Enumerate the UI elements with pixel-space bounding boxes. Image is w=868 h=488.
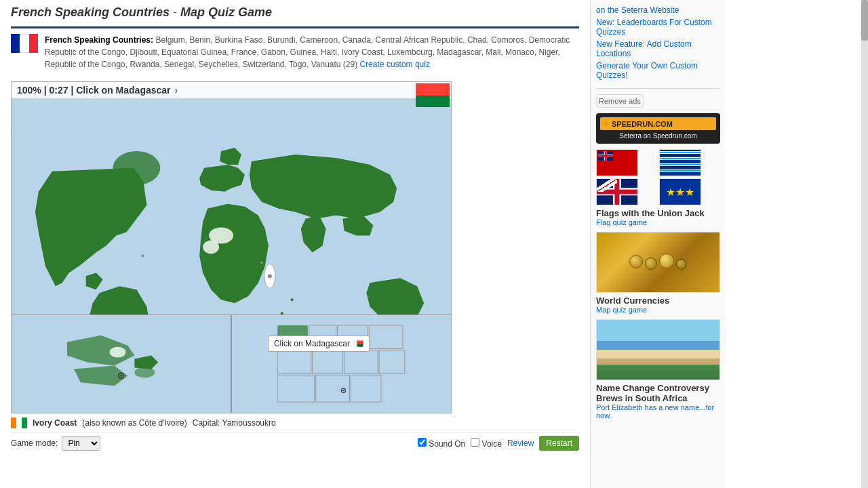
info-label: French Speaking Countries: — [45, 35, 153, 45]
quiz-prompt: Click on Madagascar — [76, 85, 170, 96]
flag-4: ★★★ — [659, 178, 701, 205]
page-scrollbar[interactable] — [861, 0, 868, 488]
page-title: French Speaking Countries - Map Quiz Gam… — [11, 5, 579, 20]
sound-label-text: Sound On — [429, 439, 465, 449]
sidebar-link-leaderboards[interactable]: New: Leaderboards For Custom Quizzes — [596, 18, 720, 37]
name-change-link[interactable]: Port Elizabeth has a new name...for now. — [596, 403, 720, 420]
speedrun-brand: SPEEDRUN.COM — [612, 120, 673, 128]
game-mode-right: Sound On Voice Review Restart — [418, 436, 579, 451]
capital-text: Capital: Yamoussoukro — [193, 418, 276, 428]
beach-thumbnail — [596, 319, 720, 380]
flags-grid: ★★★ — [596, 149, 720, 205]
name-change-widget[interactable]: Name Change Controversy Brews in South A… — [596, 319, 720, 420]
svg-point-5 — [268, 274, 272, 278]
currencies-link[interactable]: Map quiz game — [596, 306, 720, 314]
speedrun-widget[interactable]: ★ SPEEDRUN.COM Seterra on Speedrun.com — [596, 113, 720, 144]
svg-point-3 — [203, 241, 219, 254]
progress-text: 100% | 0:27 | Click on Madagascar — [17, 85, 171, 96]
review-link[interactable]: Review — [507, 439, 534, 448]
flags-widget-title: Flags with the Union Jack — [596, 208, 720, 218]
svg-rect-10 — [47, 315, 195, 413]
create-quiz-link[interactable]: Create custom quiz — [360, 60, 430, 69]
flag-blue — [11, 34, 20, 53]
svg-point-8 — [141, 254, 144, 257]
sidebar-link-generate[interactable]: Generate Your Own Custom Quizzes! — [596, 61, 720, 80]
restart-button[interactable]: Restart — [539, 436, 579, 451]
flags-widget-link[interactable]: Flag quiz game — [596, 218, 720, 226]
speedrun-label: Seterra on Speedrun.com — [600, 132, 716, 140]
flag-3 — [596, 178, 638, 205]
sub-map-africa[interactable] — [231, 314, 451, 413]
french-flag — [11, 34, 38, 53]
sidebar-links: on the Seterra Website New: Leaderboards… — [596, 5, 720, 80]
sound-checkbox[interactable] — [418, 438, 427, 447]
sidebar: on the Seterra Website New: Leaderboards… — [590, 0, 726, 488]
svg-point-12 — [110, 347, 126, 358]
flag-1 — [596, 149, 638, 176]
voice-label[interactable]: Voice — [471, 438, 502, 449]
quiz-header: 100% | 0:27 | Click on Madagascar › — [12, 82, 451, 98]
country-count: (29) — [343, 60, 357, 69]
coins-thumbnail — [596, 232, 720, 293]
game-mode-select[interactable]: Pin Click Type — [62, 436, 100, 451]
game-mode-label: Game mode: — [11, 439, 58, 448]
svg-point-28 — [342, 390, 344, 391]
sub-map-caribbean[interactable] — [12, 314, 231, 413]
map-container[interactable]: 100% | 0:27 | Click on Madagascar › — [11, 81, 452, 413]
sound-label[interactable]: Sound On — [418, 438, 465, 449]
quiz-header-left: 100% | 0:27 | Click on Madagascar › — [17, 85, 178, 96]
country-name: Ivory Coast — [33, 418, 77, 428]
tooltip-text: Click on Madagascar — [274, 339, 350, 348]
madagascar-flag — [416, 83, 450, 107]
voice-checkbox[interactable] — [471, 438, 479, 447]
svg-point-9 — [260, 261, 263, 264]
currencies-widget[interactable]: World Currencies Map quiz game — [596, 232, 720, 314]
bottom-country-info: Ivory Coast (also known as Côte d'Ivoire… — [11, 413, 579, 432]
title-sub: Map Quiz Game — [180, 5, 272, 19]
sidebar-divider-1 — [596, 88, 720, 89]
flag-white — [20, 34, 28, 53]
timer: 0:27 — [50, 85, 68, 96]
country-info: French Speaking Countries: Belgium, Beni… — [45, 34, 579, 70]
game-mode-left: Game mode: Pin Click Type — [11, 436, 100, 451]
sidebar-link-custom-locations[interactable]: New Feature: Add Custom Locations — [596, 39, 720, 58]
sub-maps — [12, 314, 451, 413]
tooltip-flag: 🇲🇬 — [353, 339, 363, 348]
quiz-arrow-icon[interactable]: › — [175, 85, 178, 96]
sidebar-link-seterra[interactable]: on the Seterra Website — [596, 5, 720, 15]
speedrun-star-icon: ★ — [602, 119, 609, 128]
title-main: French Speaking Countries — [11, 5, 170, 19]
flags-union-jack-widget[interactable]: ★★★ Flags with the Union Jack Flag quiz … — [596, 149, 720, 226]
country-alt-name: (also known as Côte d'Ivoire) — [82, 418, 186, 428]
flag-white-mid — [16, 418, 22, 428]
scrollbar-thumb[interactable] — [861, 0, 868, 41]
flag-orange — [11, 418, 16, 428]
svg-point-14 — [120, 375, 122, 377]
flag-2 — [659, 149, 701, 176]
progress-percent: 100% — [17, 85, 41, 96]
country-tooltip: Click on Madagascar 🇲🇬 — [268, 336, 370, 352]
flag-green-stripe — [22, 418, 27, 428]
game-mode-bar: Game mode: Pin Click Type Sound On Voice… — [11, 432, 579, 453]
svg-point-7 — [291, 298, 294, 301]
name-change-title: Name Change Controversy Brews in South A… — [596, 383, 720, 403]
currencies-title: World Currencies — [596, 296, 720, 306]
info-bar: French Speaking Countries: Belgium, Beni… — [11, 26, 579, 76]
voice-label-text: Voice — [482, 439, 502, 449]
ivory-coast-flag — [11, 418, 27, 428]
flag-red — [29, 34, 38, 53]
remove-ads-button[interactable]: Remove ads — [596, 94, 644, 108]
